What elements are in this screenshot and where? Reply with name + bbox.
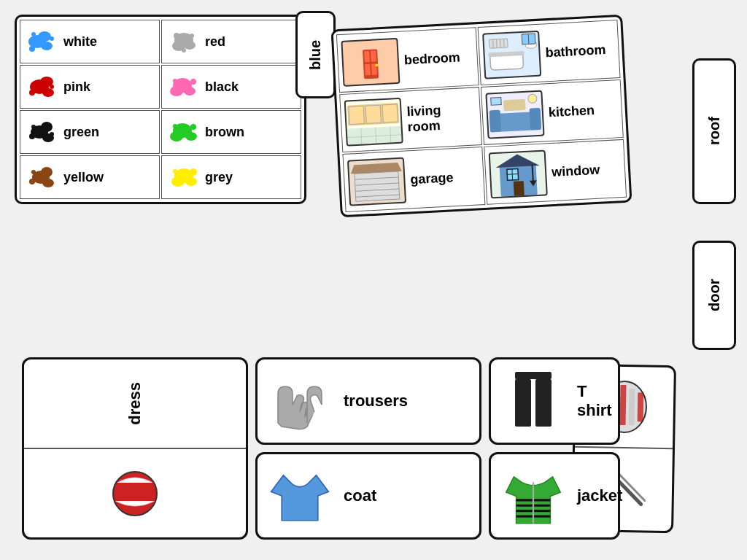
svg-point-9: [174, 33, 179, 39]
kitchen-icon: [484, 89, 545, 139]
color-cell-white: white: [20, 20, 160, 63]
svg-rect-77: [530, 107, 542, 130]
room-label-kitchen: kitchen: [548, 102, 595, 120]
svg-point-20: [190, 79, 196, 85]
svg-point-3: [29, 46, 35, 52]
color-label-black: black: [205, 79, 239, 95]
card-roof: roof: [692, 58, 736, 204]
room-cell-window: window: [484, 139, 627, 205]
svg-line-58: [493, 39, 494, 48]
color-cell-yellow: yellow: [20, 155, 160, 199]
trousers-icon: [508, 368, 559, 434]
trousers-image: [497, 367, 570, 436]
svg-point-21: [173, 79, 177, 83]
gloves-image: [263, 367, 336, 436]
color-cell-brown: brown: [161, 110, 301, 154]
color-label-white: white: [63, 34, 97, 50]
svg-rect-112: [515, 379, 531, 427]
svg-rect-111: [515, 372, 551, 379]
card-blue-label: blue: [307, 39, 324, 69]
clothing-label-coat: coat: [344, 486, 376, 505]
colors-card-set: white red pink black: [15, 15, 306, 204]
yellow-blob-icon: [168, 161, 201, 194]
svg-point-18: [170, 86, 183, 96]
clothing-label-jacket: jacket: [577, 486, 622, 505]
svg-point-10: [190, 34, 194, 38]
living-room-icon: [344, 96, 404, 147]
svg-rect-105: [638, 392, 644, 421]
svg-rect-70: [349, 106, 364, 124]
room-cell-bedroom: bedroom: [336, 27, 479, 93]
clothing-card-dress: dress: [22, 357, 248, 540]
color-label-grey: grey: [205, 170, 233, 185]
svg-line-61: [503, 39, 504, 47]
svg-rect-103: [620, 385, 627, 425]
ball-icon: [106, 464, 164, 523]
svg-point-31: [190, 124, 196, 130]
brown-blob-icon: [26, 161, 59, 194]
room-cell-garage: garage: [342, 147, 485, 212]
color-label-yellow: yellow: [63, 170, 104, 185]
clothing-label-trousers: trousers: [344, 392, 408, 411]
bedroom-icon: [340, 36, 400, 87]
color-cell-pink: pink: [20, 65, 160, 109]
svg-rect-114: [531, 379, 535, 401]
svg-point-30: [185, 132, 197, 141]
red-blob-icon: [26, 71, 59, 104]
svg-point-79: [528, 94, 538, 104]
tshirt-icon: [267, 467, 333, 525]
svg-point-39: [171, 176, 185, 187]
clothing-card-tshirt: T shirt: [489, 357, 620, 445]
blue-blob-icon: [26, 26, 59, 58]
svg-point-16: [50, 85, 54, 89]
jacket-icon: [500, 465, 566, 527]
card-roof-label: roof: [706, 117, 723, 146]
color-label-brown: brown: [205, 125, 244, 140]
svg-point-5: [31, 32, 36, 36]
svg-rect-57: [489, 38, 508, 47]
clothing-card-coat: coat: [255, 452, 481, 540]
card-door: door: [692, 241, 736, 350]
svg-point-32: [173, 124, 177, 128]
clothing-section: trousers T shirt dress: [22, 357, 620, 540]
tshirt-image: [263, 462, 336, 531]
color-label-green: green: [63, 125, 99, 140]
black-blob-icon: [26, 116, 59, 149]
svg-rect-104: [629, 389, 635, 425]
svg-line-97: [533, 164, 533, 182]
svg-rect-96: [514, 181, 525, 196]
room-cell-bathroom: bathroom: [478, 20, 621, 85]
clothing-card-jacket: jacket: [489, 452, 620, 540]
svg-point-19: [184, 87, 196, 96]
svg-point-40: [185, 177, 197, 186]
svg-point-4: [50, 36, 54, 41]
svg-point-34: [41, 167, 53, 177]
pink-blob-icon: [168, 71, 201, 104]
svg-point-42: [173, 169, 177, 174]
svg-point-37: [31, 170, 36, 174]
color-cell-red: red: [161, 20, 301, 63]
rooms-card-set: bedroom bathroom: [331, 15, 632, 218]
svg-rect-47: [365, 63, 371, 74]
svg-point-27: [50, 132, 54, 136]
svg-point-26: [31, 125, 36, 129]
card-door-label: door: [706, 279, 723, 311]
clothing-label-dress: dress: [125, 382, 144, 425]
color-label-red: red: [205, 34, 225, 50]
svg-rect-76: [489, 109, 502, 132]
color-label-pink: pink: [63, 79, 90, 95]
svg-point-35: [42, 179, 54, 187]
room-label-living-room: living room: [406, 101, 478, 135]
room-cell-kitchen: kitchen: [481, 79, 624, 145]
window-room-icon: [488, 149, 549, 199]
svg-point-1: [38, 31, 51, 42]
color-cell-green: green: [20, 110, 160, 154]
room-label-bedroom: bedroom: [403, 50, 460, 68]
gloves-icon: [267, 372, 333, 430]
svg-point-2: [41, 42, 53, 50]
svg-rect-78: [503, 98, 526, 111]
svg-point-41: [190, 168, 197, 176]
room-label-window: window: [551, 162, 600, 179]
svg-point-23: [41, 122, 53, 132]
svg-point-8: [184, 41, 196, 50]
